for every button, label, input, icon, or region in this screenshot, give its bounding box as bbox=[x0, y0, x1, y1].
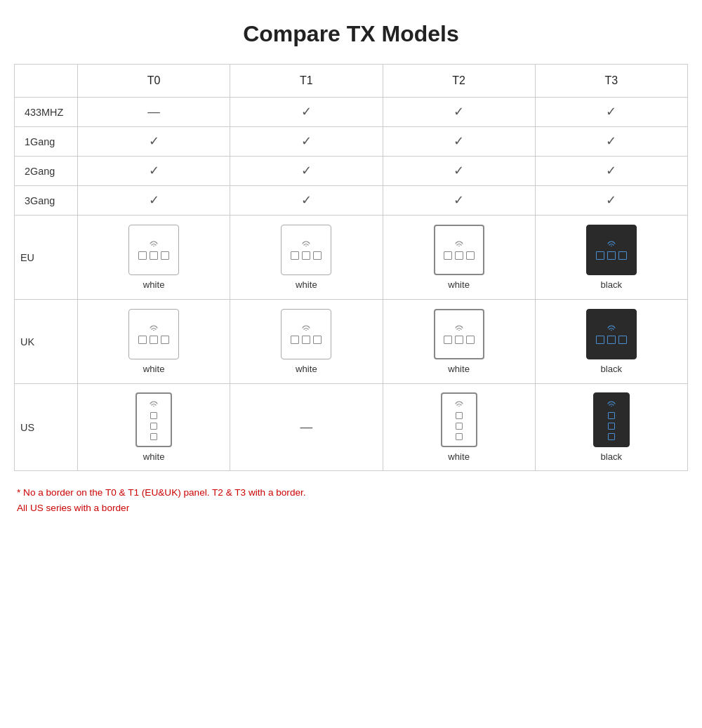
region-label: EU bbox=[15, 216, 78, 300]
comparison-table: T0 T1 T2 T3 433MHZ—✓✓✓1Gang✓✓✓✓2Gang✓✓✓✓… bbox=[14, 64, 688, 471]
feature-cell: ✓ bbox=[383, 157, 535, 186]
feature-cell: ✓ bbox=[535, 127, 687, 157]
device-color-label: black bbox=[541, 364, 682, 374]
feature-cell: ✓ bbox=[230, 157, 383, 186]
region-row: US white — white bbox=[15, 384, 688, 471]
feature-cell: ✓ bbox=[383, 98, 535, 127]
svg-point-8 bbox=[153, 405, 154, 406]
region-row: EU white white bbox=[15, 216, 688, 300]
feature-row: 3Gang✓✓✓✓ bbox=[15, 186, 688, 216]
svg-point-5 bbox=[306, 330, 307, 331]
svg-point-7 bbox=[611, 330, 612, 331]
device-cell: white bbox=[78, 300, 230, 384]
device-cell: white bbox=[383, 216, 535, 300]
device-cell: white bbox=[230, 216, 383, 300]
svg-point-1 bbox=[306, 246, 307, 246]
feature-cell: — bbox=[78, 98, 230, 127]
feature-cell: ✓ bbox=[383, 186, 535, 216]
device-color-label: black bbox=[541, 279, 682, 290]
feature-row: 1Gang✓✓✓✓ bbox=[15, 127, 688, 157]
device-cell: black bbox=[535, 384, 687, 471]
device-color-label: white bbox=[389, 451, 529, 462]
col-header-t2: T2 bbox=[383, 65, 535, 98]
col-header-t3: T3 bbox=[535, 65, 687, 98]
svg-point-3 bbox=[611, 246, 612, 246]
feature-cell: ✓ bbox=[383, 127, 535, 157]
col-header-t0: T0 bbox=[78, 65, 230, 98]
region-row: UK white white bbox=[15, 300, 688, 384]
region-label: UK bbox=[15, 300, 78, 384]
feature-cell: ✓ bbox=[230, 98, 383, 127]
feature-cell: ✓ bbox=[535, 186, 687, 216]
svg-point-9 bbox=[458, 405, 460, 406]
device-color-label: black bbox=[541, 451, 682, 462]
svg-point-0 bbox=[153, 246, 154, 246]
device-cell: white bbox=[383, 300, 535, 384]
col-header-empty bbox=[15, 65, 78, 98]
svg-point-4 bbox=[153, 330, 154, 331]
svg-point-2 bbox=[458, 246, 460, 246]
device-color-label: white bbox=[236, 279, 376, 290]
feature-row: 2Gang✓✓✓✓ bbox=[15, 157, 688, 186]
feature-row: 433MHZ—✓✓✓ bbox=[15, 98, 688, 127]
feature-cell: ✓ bbox=[78, 127, 230, 157]
device-cell: black bbox=[535, 216, 687, 300]
device-color-label: white bbox=[84, 451, 224, 462]
device-cell: white bbox=[230, 300, 383, 384]
device-color-label: white bbox=[236, 364, 376, 374]
device-cell: white bbox=[383, 384, 535, 471]
device-color-label: white bbox=[84, 364, 224, 374]
feature-cell: ✓ bbox=[535, 98, 687, 127]
region-label: US bbox=[15, 384, 78, 471]
feature-cell: ✓ bbox=[535, 157, 687, 186]
note-line1: * No a border on the T0 & T1 (EU&UK) pan… bbox=[17, 485, 688, 501]
device-cell-empty: — bbox=[230, 384, 383, 471]
note-line2: All US series with a border bbox=[17, 501, 688, 516]
feature-label: 1Gang bbox=[15, 127, 78, 157]
feature-label: 433MHZ bbox=[15, 98, 78, 127]
device-cell: white bbox=[78, 216, 230, 300]
feature-label: 3Gang bbox=[15, 186, 78, 216]
page-title: Compare TX Models bbox=[14, 21, 688, 47]
device-color-label: white bbox=[84, 279, 224, 290]
device-cell: black bbox=[535, 300, 687, 384]
feature-cell: ✓ bbox=[78, 186, 230, 216]
svg-point-6 bbox=[458, 330, 460, 331]
device-color-label: white bbox=[389, 364, 529, 374]
feature-cell: ✓ bbox=[78, 157, 230, 186]
device-color-label: white bbox=[389, 279, 529, 290]
feature-cell: ✓ bbox=[230, 127, 383, 157]
device-cell: white bbox=[78, 384, 230, 471]
feature-cell: ✓ bbox=[230, 186, 383, 216]
svg-point-10 bbox=[611, 405, 612, 406]
col-header-t1: T1 bbox=[230, 65, 383, 98]
feature-label: 2Gang bbox=[15, 157, 78, 186]
footnote: * No a border on the T0 & T1 (EU&UK) pan… bbox=[14, 485, 688, 516]
